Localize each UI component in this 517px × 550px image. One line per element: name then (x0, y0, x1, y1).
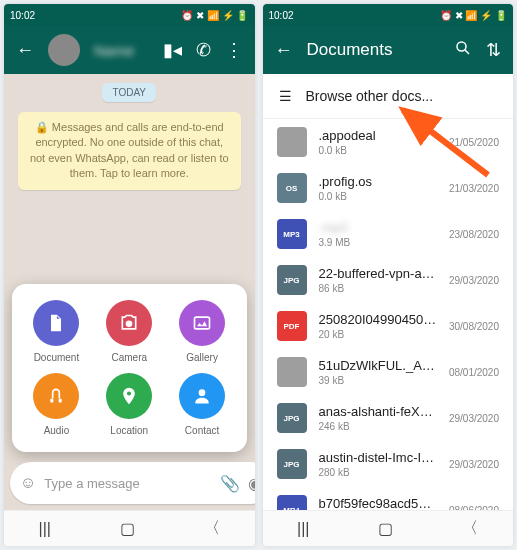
attach-camera[interactable]: Camera (95, 300, 164, 363)
voice-call-icon[interactable]: ✆ (196, 39, 211, 61)
date-chip: TODAY (4, 74, 255, 108)
contact-name[interactable]: Name (94, 42, 149, 59)
status-time: 10:02 (10, 10, 35, 21)
browse-other-docs[interactable]: ☰ Browse other docs... (263, 74, 514, 119)
file-row[interactable]: 51uDzWlkFUL._AC_SY700_ML1_FMwe... 39 kB … (263, 349, 514, 395)
file-type-icon: JPG (277, 449, 307, 479)
nav-recent[interactable]: ||| (297, 520, 309, 538)
file-row[interactable]: JPG anas-alshanti-feXpdV001o4-unsplash.j… (263, 395, 514, 441)
file-date: 21/05/2020 (449, 137, 499, 148)
file-date: 08/01/2020 (449, 367, 499, 378)
status-icons: ⏰ ✖ 📶 ⚡ 🔋 (181, 10, 248, 21)
file-row[interactable]: .appodeal 0.0 kB 21/05/2020 (263, 119, 514, 165)
file-list[interactable]: .appodeal 0.0 kB 21/05/2020OS .profig.os… (263, 119, 514, 510)
camera-icon[interactable]: ◉ (248, 474, 254, 493)
file-size: 20 kB (319, 329, 437, 340)
file-name: b70f59fec98acd5bbd98f5849f8720de... (319, 496, 437, 510)
nav-back[interactable]: 〈 (204, 518, 220, 539)
documents-screen: 10:02 ⏰ ✖ 📶 ⚡ 🔋 ← Documents ⇅ ☰ Browse o… (263, 4, 514, 546)
file-name: austin-distel-Imc-IoZDMXc-unsplash.jpg (319, 450, 437, 465)
svg-rect-3 (51, 399, 54, 403)
nav-back[interactable]: 〈 (462, 518, 478, 539)
status-time: 10:02 (269, 10, 294, 21)
nav-bar: ||| ▢ 〈 (263, 510, 514, 546)
file-date: 29/03/2020 (449, 459, 499, 470)
avatar[interactable] (48, 34, 80, 66)
attachment-sheet: Document Camera Gallery Audio Location C… (12, 284, 247, 452)
file-type-icon: JPG (277, 403, 307, 433)
nav-recent[interactable]: ||| (39, 520, 51, 538)
file-name: anas-alshanti-feXpdV001o4-unsplash.j... (319, 404, 437, 419)
chat-body: TODAY 🔒 Messages and calls are end-to-en… (4, 74, 255, 510)
file-name: 22-buffered-vpn-affiliate.jpg (319, 266, 437, 281)
file-row[interactable]: OS .profig.os 0.0 kB 21/03/2020 (263, 165, 514, 211)
nav-home[interactable]: ▢ (378, 519, 393, 538)
svg-rect-2 (195, 317, 210, 329)
file-name: .profig.os (319, 174, 437, 189)
file-name: 250820I049904503.pdf (319, 312, 437, 327)
file-name: .appodeal (319, 128, 437, 143)
svg-rect-4 (59, 399, 62, 403)
file-row[interactable]: MP3 .mp3 3.9 MB 23/08/2020 (263, 211, 514, 257)
message-input[interactable] (44, 476, 212, 491)
page-title: Documents (307, 40, 441, 60)
attach-gallery[interactable]: Gallery (168, 300, 237, 363)
attach-icon[interactable]: 📎 (220, 474, 240, 493)
status-icons: ⏰ ✖ 📶 ⚡ 🔋 (440, 10, 507, 21)
file-date: 29/03/2020 (449, 275, 499, 286)
docs-header: ← Documents ⇅ (263, 26, 514, 74)
more-icon[interactable]: ⋮ (225, 39, 243, 61)
back-icon[interactable]: ← (16, 40, 34, 61)
file-size: 0.0 kB (319, 145, 437, 156)
file-date: 23/08/2020 (449, 229, 499, 240)
status-bar: 10:02 ⏰ ✖ 📶 ⚡ 🔋 (263, 4, 514, 26)
file-size: 39 kB (319, 375, 437, 386)
file-date: 21/03/2020 (449, 183, 499, 194)
file-name: .mp3 (319, 220, 437, 235)
file-name: 51uDzWlkFUL._AC_SY700_ML1_FMwe... (319, 358, 437, 373)
svg-point-5 (199, 389, 206, 396)
video-call-icon[interactable]: ▮◂ (163, 39, 182, 61)
file-row[interactable]: JPG austin-distel-Imc-IoZDMXc-unsplash.j… (263, 441, 514, 487)
chat-screen: 10:02 ⏰ ✖ 📶 ⚡ 🔋 ← Name ▮◂ ✆ ⋮ TODAY 🔒 Me… (4, 4, 255, 546)
file-size: 3.9 MB (319, 237, 437, 248)
status-bar: 10:02 ⏰ ✖ 📶 ⚡ 🔋 (4, 4, 255, 26)
emoji-icon[interactable]: ☺ (20, 474, 36, 492)
file-type-icon: JPG (277, 265, 307, 295)
list-icon: ☰ (279, 88, 292, 104)
attach-contact[interactable]: Contact (168, 373, 237, 436)
svg-line-7 (465, 49, 469, 53)
sort-icon[interactable]: ⇅ (486, 39, 501, 61)
file-type-icon: MP3 (277, 219, 307, 249)
file-size: 280 kB (319, 467, 437, 478)
file-type-icon (277, 127, 307, 157)
file-size: 0.0 kB (319, 191, 437, 202)
file-date: 29/03/2020 (449, 413, 499, 424)
encryption-notice[interactable]: 🔒 Messages and calls are end-to-end encr… (18, 112, 241, 190)
attach-location[interactable]: Location (95, 373, 164, 436)
chat-header: ← Name ▮◂ ✆ ⋮ (4, 26, 255, 74)
back-icon[interactable]: ← (275, 40, 293, 61)
file-type-icon: PDF (277, 311, 307, 341)
svg-point-1 (126, 321, 133, 328)
nav-bar: ||| ▢ 〈 (4, 510, 255, 546)
file-type-icon: MP4 (277, 495, 307, 510)
file-type-icon: OS (277, 173, 307, 203)
attach-audio[interactable]: Audio (22, 373, 91, 436)
nav-home[interactable]: ▢ (120, 519, 135, 538)
svg-point-6 (457, 42, 466, 51)
file-size: 86 kB (319, 283, 437, 294)
input-bar: ☺ 📎 ◉ (10, 462, 249, 504)
message-input-box[interactable]: ☺ 📎 ◉ (10, 462, 255, 504)
file-type-icon (277, 357, 307, 387)
file-row[interactable]: JPG 22-buffered-vpn-affiliate.jpg 86 kB … (263, 257, 514, 303)
file-date: 30/08/2020 (449, 321, 499, 332)
attach-document[interactable]: Document (22, 300, 91, 363)
file-row[interactable]: MP4 b70f59fec98acd5bbd98f5849f8720de... … (263, 487, 514, 510)
file-row[interactable]: PDF 250820I049904503.pdf 20 kB 30/08/202… (263, 303, 514, 349)
search-icon[interactable] (454, 39, 472, 62)
file-size: 246 kB (319, 421, 437, 432)
